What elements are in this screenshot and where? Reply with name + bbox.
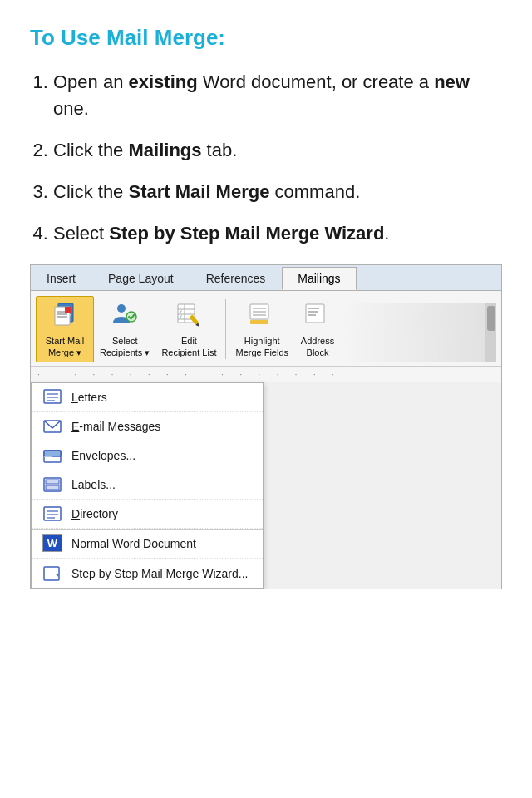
dropdown-envelopes-label: Envelopes... (71, 449, 135, 462)
tab-references[interactable]: References (190, 267, 282, 290)
step-4-bold: Step by Step Mail Merge Wizard (109, 223, 384, 244)
envelope-icon (42, 446, 63, 465)
svg-rect-29 (44, 390, 61, 403)
dropdown-normal-word-label: Normal Word Document (71, 537, 196, 550)
svg-point-9 (117, 304, 126, 313)
tab-bar: Insert Page Layout References Mailings (31, 265, 501, 291)
email-icon (42, 417, 63, 436)
svg-rect-8 (65, 307, 71, 313)
dropdown-email-label: E-mail Messages (71, 420, 160, 433)
tab-mailings[interactable]: Mailings (282, 267, 356, 290)
step-2-bold: Mailings (128, 140, 201, 160)
highlight-merge-fields-label: HighlightMerge Fields (235, 336, 288, 357)
dropdown-item-normal-word[interactable]: W Normal Word Document (32, 529, 263, 559)
dropdown-step-by-step-label: Step by Step Mail Merge Wizard... (71, 567, 248, 580)
ribbon-separator-1 (225, 299, 226, 359)
dropdown-item-letters[interactable]: Letters (32, 383, 263, 412)
dropdown-item-email[interactable]: E-mail Messages (32, 412, 263, 441)
select-recipients-label: SelectRecipients ▾ (100, 336, 150, 357)
dropdown-directory-label: Directory (71, 507, 118, 520)
highlight-merge-fields-icon (247, 300, 277, 334)
highlight-merge-fields-button[interactable]: HighlightMerge Fields (229, 296, 294, 362)
page-title: To Use Mail Merge: (30, 25, 502, 51)
step-1: Open an existing Word document, or creat… (53, 69, 502, 122)
select-recipients-button[interactable]: SelectRecipients ▾ (94, 296, 155, 362)
start-mail-merge-label: Start MailMerge ▾ (46, 336, 84, 357)
start-mail-merge-button[interactable]: Start MailMerge ▾ (36, 296, 94, 362)
step-3-bold: Start Mail Merge (128, 181, 269, 202)
dropdown-item-envelopes[interactable]: Envelopes... (32, 441, 263, 470)
svg-text:✓: ✓ (179, 314, 183, 319)
step-1-bold-1: existing (129, 71, 198, 92)
scrollbar[interactable] (485, 303, 496, 362)
word-icon: W (42, 534, 63, 553)
ribbon-area: Insert Page Layout References Mailings (30, 264, 502, 589)
step-2: Click the Mailings tab. (53, 137, 502, 164)
svg-rect-39 (46, 485, 59, 490)
edit-recipient-list-label: EditRecipient List (161, 336, 216, 357)
svg-rect-25 (306, 304, 324, 323)
tab-page-layout[interactable]: Page Layout (92, 267, 190, 290)
step-1-bold-2: new (434, 71, 470, 92)
dropdown-menu: Letters E-mail Messages Envelopes... (31, 382, 264, 589)
step-4: Select Step by Step Mail Merge Wizard. (53, 220, 502, 247)
start-mail-merge-icon (50, 300, 80, 334)
svg-rect-24 (250, 320, 268, 324)
dropdown-item-step-by-step[interactable]: Step by Step Mail Merge Wizard... (32, 559, 263, 588)
ribbon-content: Start MailMerge ▾ SelectRecipients ▾ (31, 291, 501, 366)
labels-icon (42, 475, 63, 494)
directory-icon (42, 505, 63, 523)
edit-recipient-list-button[interactable]: ✓ ✓ EditRecipient List (155, 296, 222, 362)
dropdown-item-directory[interactable]: Directory (32, 500, 263, 529)
svg-point-10 (126, 312, 136, 322)
step-3: Click the Start Mail Merge command. (53, 179, 502, 205)
dropdown-letters-label: Letters (71, 391, 107, 404)
address-block-icon (303, 300, 332, 334)
steps-list: Open an existing Word document, or creat… (30, 69, 502, 246)
scrollbar-thumb (487, 306, 495, 331)
ribbon-right-area (341, 303, 496, 362)
select-recipients-icon (110, 300, 140, 334)
step-by-step-icon (42, 564, 63, 583)
address-block-button[interactable]: AddressBlock (294, 296, 341, 362)
letters-icon (42, 388, 63, 406)
svg-rect-38 (46, 480, 59, 484)
tab-insert[interactable]: Insert (31, 267, 91, 290)
ruler-dots: · · · · · · · · · · · · · · · · · (37, 369, 341, 379)
dropdown-item-labels[interactable]: Labels... (32, 470, 263, 500)
svg-rect-35 (44, 451, 61, 456)
dropdown-labels-label: Labels... (71, 478, 116, 491)
address-block-label: AddressBlock (301, 336, 334, 357)
edit-recipient-list-icon: ✓ ✓ (174, 300, 204, 334)
ruler-area: · · · · · · · · · · · · · · · · · (31, 367, 501, 382)
